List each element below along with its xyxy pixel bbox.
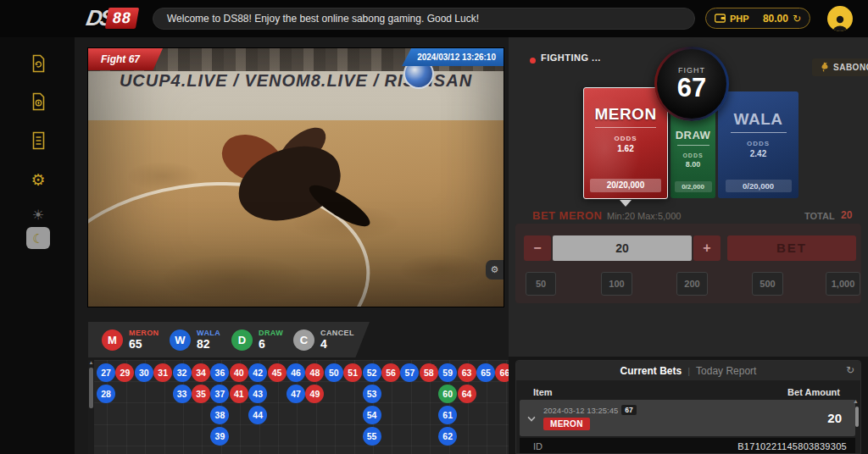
- video-settings-tab[interactable]: ⚙: [486, 260, 504, 280]
- increase-amount-button[interactable]: +: [693, 235, 721, 261]
- bet-amount-value: 20: [827, 411, 842, 425]
- history-result-57: 57: [400, 363, 419, 382]
- tab-separator: |: [687, 366, 690, 376]
- bets-header: Current Bets | Today Report ↻: [516, 361, 860, 380]
- provider-label: SABONG: [833, 63, 868, 72]
- left-sidebar: ⚙ ☀ ☾: [0, 37, 75, 454]
- history-grid: ▲ 27282930313233343536373839404142434445…: [88, 360, 509, 454]
- wala-stat-count: 82: [197, 337, 220, 351]
- history-result-37: 37: [210, 385, 229, 403]
- history-result-59: 59: [438, 363, 457, 382]
- history-result-52: 52: [363, 363, 381, 382]
- bet-side-badge: MERON: [543, 418, 590, 430]
- history-result-44: 44: [248, 406, 267, 424]
- scrollbar-thumb[interactable]: [89, 368, 93, 408]
- refresh-balance-icon[interactable]: ↻: [793, 14, 801, 24]
- theme-dark-toggle[interactable]: ☾: [26, 227, 50, 249]
- history-result-48: 48: [305, 363, 324, 382]
- balance-pill[interactable]: PHP 80.00 ↻: [705, 8, 810, 29]
- bets-section: Current Bets | Today Report ↻ Item Bet A…: [509, 357, 868, 454]
- sidebar-item-withdraw[interactable]: [28, 91, 48, 112]
- bet-limits-label: Min:20 Max:5,000: [607, 211, 681, 221]
- results-summary-bar: M MERON 65 W WALA 82 D DRAW 6 C CANCEL: [88, 322, 370, 357]
- bets-scroll-up-icon[interactable]: ▲: [853, 398, 859, 404]
- current-bets-panel: Current Bets | Today Report ↻ Item Bet A…: [515, 360, 861, 454]
- video-timestamp-badge: 2024/03/12 13:26:10: [402, 48, 504, 66]
- meron-bet-card[interactable]: MERON ODDS 1.62 20/20,000: [583, 87, 668, 199]
- refresh-bets-icon[interactable]: ↻: [846, 364, 854, 376]
- live-video-player[interactable]: UCUP4.LIVE / VENOM8.LIVE / RISKISAN Figh…: [88, 48, 504, 307]
- tab-current-bets[interactable]: Current Bets: [620, 365, 682, 377]
- draw-stat-count: 6: [259, 337, 283, 351]
- sidebar-item-deposit[interactable]: [28, 53, 48, 74]
- history-scrollbar[interactable]: ▲: [88, 360, 94, 454]
- column-header-bet-amount: Bet Amount: [787, 387, 840, 397]
- meron-card-divider: [595, 127, 656, 128]
- bet-time-text: 2024-03-12 13:25:45: [543, 406, 618, 415]
- history-result-41: 41: [230, 385, 248, 403]
- logo-88-text: 88: [105, 8, 139, 29]
- file-list-icon: [30, 131, 47, 150]
- current-bet-row[interactable]: 2024-03-12 13:25:45 67 MERON 20: [520, 400, 855, 436]
- history-result-33: 33: [173, 385, 192, 403]
- bet-timestamp: 2024-03-12 13:25:45 67: [543, 405, 637, 415]
- bet-side-label: BET MERON: [532, 209, 603, 222]
- meron-stat-count: 65: [129, 337, 159, 351]
- wala-stat: W WALA 82: [170, 329, 220, 351]
- scroll-up-icon[interactable]: ▲: [88, 360, 94, 365]
- quick-amount-500[interactable]: 500: [752, 272, 783, 296]
- provider-badge[interactable]: SABONG: [812, 58, 868, 76]
- bet-button[interactable]: BET: [727, 235, 856, 261]
- draw-pool-total: 0/2,000: [675, 181, 712, 192]
- rooster-icon: [819, 62, 830, 73]
- history-result-58: 58: [420, 363, 438, 382]
- file-arrow-icon: [30, 54, 47, 73]
- history-result-62: 62: [438, 427, 457, 446]
- sun-icon: ☀: [32, 208, 44, 222]
- draw-card-title: DRAW: [670, 129, 715, 141]
- meron-pool-total: 20/20,000: [590, 179, 661, 192]
- decrease-amount-button[interactable]: −: [524, 235, 551, 261]
- bet-amount-input[interactable]: 20: [553, 235, 692, 261]
- quick-amount-200[interactable]: 200: [676, 272, 708, 296]
- wala-odds-value: 2.42: [718, 149, 798, 158]
- wala-bet-card[interactable]: WALA ODDS 2.42 0/20,000: [718, 91, 798, 198]
- user-avatar[interactable]: [827, 6, 853, 31]
- sidebar-item-records[interactable]: [28, 130, 48, 151]
- history-result-35: 35: [192, 385, 210, 403]
- draw-card-divider: [677, 145, 709, 146]
- quick-amount-100[interactable]: 100: [601, 272, 632, 296]
- history-result-51: 51: [343, 363, 362, 382]
- history-result-54: 54: [363, 406, 381, 424]
- history-result-64: 64: [458, 385, 476, 403]
- bet-total-label: TOTAL: [804, 211, 835, 221]
- meron-odds-value: 1.62: [584, 144, 667, 153]
- ds88-logo[interactable]: DS 88: [86, 5, 137, 31]
- history-result-46: 46: [287, 363, 305, 382]
- history-result-30: 30: [135, 363, 153, 382]
- gear-icon: ⚙: [31, 172, 45, 188]
- chevron-down-icon[interactable]: [527, 413, 535, 421]
- history-result-38: 38: [210, 406, 229, 424]
- fight-number: 67: [677, 75, 706, 102]
- history-result-47: 47: [287, 385, 305, 403]
- history-result-29: 29: [115, 363, 134, 382]
- history-result-56: 56: [381, 363, 400, 382]
- draw-stat-label: DRAW: [259, 329, 283, 337]
- tab-today-report[interactable]: Today Report: [696, 365, 756, 377]
- draw-odds-label: ODDS: [670, 152, 715, 158]
- sidebar-item-settings[interactable]: ⚙: [28, 169, 48, 190]
- quick-amount-1000[interactable]: 1,000: [826, 272, 860, 296]
- theme-light-toggle[interactable]: ☀: [28, 205, 48, 225]
- bets-scrollbar-thumb[interactable]: [855, 407, 859, 427]
- cancel-stat-label: CANCEL: [320, 329, 354, 337]
- history-result-32: 32: [173, 363, 192, 382]
- wala-card-title: WALA: [718, 110, 798, 129]
- history-result-40: 40: [230, 363, 248, 382]
- meron-circle: M: [102, 329, 123, 351]
- bet-id-label: ID: [533, 441, 542, 451]
- fight-number-badge: Fight 67: [88, 48, 163, 70]
- meron-stat-label: MERON: [129, 329, 159, 337]
- fight-number-circle: FIGHT 67: [654, 47, 729, 121]
- quick-amount-50[interactable]: 50: [526, 272, 556, 296]
